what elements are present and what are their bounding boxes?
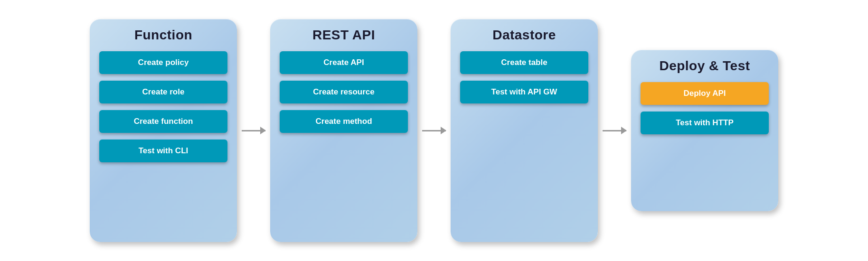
function-items: Create policy Create role Create functio… [99, 51, 227, 162]
test-api-gw-button[interactable]: Test with API GW [460, 81, 588, 103]
arrow-line-2 [422, 130, 446, 131]
create-table-button[interactable]: Create table [460, 51, 588, 74]
test-cli-button[interactable]: Test with CLI [99, 140, 227, 162]
diagram: Function Create policy Create role Creat… [71, 9, 797, 252]
rest-api-items: Create API Create resource Create method [280, 51, 408, 133]
function-title: Function [134, 28, 192, 43]
function-column: Function Create policy Create role Creat… [90, 19, 237, 242]
rest-api-column: REST API Create API Create resource Crea… [270, 19, 417, 242]
arrow-1 [237, 130, 270, 131]
datastore-items: Create table Test with API GW [460, 51, 588, 103]
arrow-line-1 [242, 130, 265, 131]
create-api-button[interactable]: Create API [280, 51, 408, 74]
deploy-test-items: Deploy API Test with HTTP [641, 82, 769, 134]
deploy-api-button[interactable]: Deploy API [641, 82, 769, 105]
rest-api-title: REST API [312, 28, 375, 43]
arrow-2 [417, 130, 451, 131]
create-role-button[interactable]: Create role [99, 81, 227, 103]
test-http-button[interactable]: Test with HTTP [641, 112, 769, 134]
arrow-3 [598, 130, 631, 131]
datastore-column: Datastore Create table Test with API GW [451, 19, 598, 242]
create-method-button[interactable]: Create method [280, 110, 408, 133]
create-resource-button[interactable]: Create resource [280, 81, 408, 103]
create-function-button[interactable]: Create function [99, 110, 227, 133]
deploy-test-column: Deploy & Test Deploy API Test with HTTP [631, 50, 778, 211]
datastore-title: Datastore [492, 28, 556, 43]
deploy-test-title: Deploy & Test [659, 58, 750, 74]
arrow-line-3 [603, 130, 626, 131]
create-policy-button[interactable]: Create policy [99, 51, 227, 74]
